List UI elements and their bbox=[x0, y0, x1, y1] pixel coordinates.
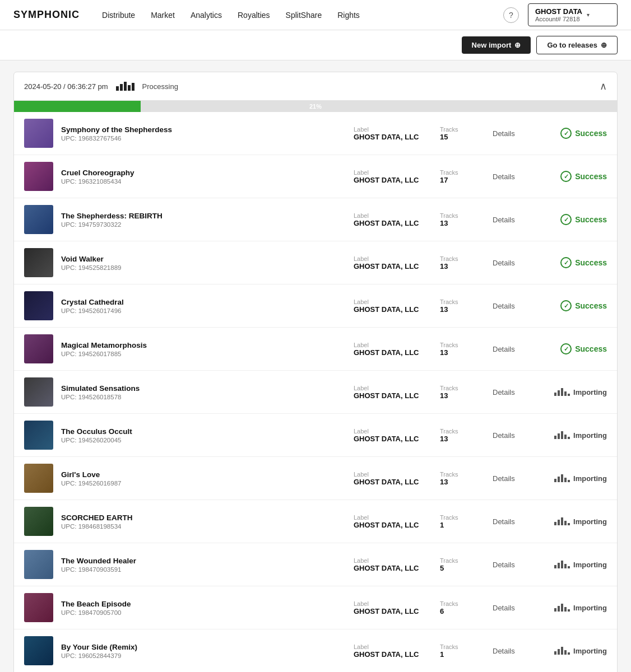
details-link[interactable]: Details bbox=[493, 388, 526, 396]
tracks-value: 13 bbox=[440, 435, 485, 443]
label-value: GHOST DATA, LLC bbox=[354, 650, 432, 659]
album-thumbnail bbox=[24, 636, 53, 665]
release-tracks-block: Tracks 13 bbox=[440, 471, 485, 486]
importing-bars-icon bbox=[554, 474, 570, 482]
tracks-key: Tracks bbox=[440, 169, 485, 176]
release-tracks-block: Tracks 13 bbox=[440, 342, 485, 357]
label-key: Label bbox=[354, 600, 432, 607]
progress-bar: 21% bbox=[14, 101, 617, 112]
status-success: ✓ Success bbox=[560, 171, 607, 182]
release-title: The Occulus Occult bbox=[61, 427, 346, 436]
release-upc: UPC: 198470903591 bbox=[61, 566, 346, 573]
label-key: Label bbox=[354, 428, 432, 435]
check-icon: ✓ bbox=[560, 128, 572, 139]
details-link[interactable]: Details bbox=[493, 345, 526, 353]
release-title: Simulated Sensations bbox=[61, 384, 346, 393]
details-link[interactable]: Details bbox=[493, 259, 526, 267]
nav-link-rights[interactable]: Rights bbox=[337, 11, 360, 20]
release-upc: UPC: 194526017885 bbox=[61, 351, 346, 357]
importing-bars-icon bbox=[554, 604, 570, 612]
details-link[interactable]: Details bbox=[493, 216, 526, 224]
release-info: The Shepherdess: REBIRTH UPC: 1947597303… bbox=[61, 212, 346, 228]
release-label-block: Label GHOST DATA, LLC bbox=[354, 643, 432, 659]
status-importing: Importing bbox=[554, 474, 607, 483]
release-title: The Beach Episode bbox=[61, 600, 346, 608]
table-row: Cruel Choreography UPC: 196321085434 Lab… bbox=[14, 155, 617, 198]
release-status: Importing bbox=[534, 561, 607, 569]
status-success: ✓ Success bbox=[560, 257, 607, 268]
release-status: Importing bbox=[534, 517, 607, 526]
release-tracks-block: Tracks 5 bbox=[440, 557, 485, 572]
release-label-block: Label GHOST DATA, LLC bbox=[354, 514, 432, 529]
tracks-key: Tracks bbox=[440, 212, 485, 219]
release-tracks-block: Tracks 17 bbox=[440, 169, 485, 184]
go-to-releases-button[interactable]: Go to releases ⊕ bbox=[536, 36, 618, 54]
details-link[interactable]: Details bbox=[493, 561, 526, 569]
nav-link-market[interactable]: Market bbox=[151, 11, 175, 20]
new-import-button[interactable]: New import ⊕ bbox=[462, 36, 531, 54]
album-thumbnail bbox=[24, 119, 53, 148]
details-link[interactable]: Details bbox=[493, 129, 526, 138]
nav-link-distribute[interactable]: Distribute bbox=[102, 11, 135, 20]
details-link[interactable]: Details bbox=[493, 172, 526, 181]
nav-link-royalties[interactable]: Royalties bbox=[238, 11, 270, 20]
tracks-key: Tracks bbox=[440, 126, 485, 133]
details-link[interactable]: Details bbox=[493, 517, 526, 526]
details-link[interactable]: Details bbox=[493, 431, 526, 440]
tracks-value: 13 bbox=[440, 305, 485, 314]
session-timestamp: 2024-05-20 / 06:36:27 pm bbox=[24, 82, 108, 91]
label-value: GHOST DATA, LLC bbox=[354, 391, 432, 400]
release-status: ✓ Success bbox=[534, 343, 607, 354]
go-to-releases-label: Go to releases bbox=[547, 41, 597, 49]
release-label-block: Label GHOST DATA, LLC bbox=[354, 298, 432, 314]
release-status: ✓ Success bbox=[534, 257, 607, 268]
details-link[interactable]: Details bbox=[493, 302, 526, 310]
album-thumbnail bbox=[24, 248, 53, 277]
progress-label: 21% bbox=[309, 103, 322, 110]
status-importing: Importing bbox=[554, 517, 607, 526]
tracks-value: 13 bbox=[440, 219, 485, 227]
label-key: Label bbox=[354, 342, 432, 348]
album-thumbnail bbox=[24, 377, 53, 407]
check-icon: ✓ bbox=[560, 300, 572, 311]
tracks-value: 1 bbox=[440, 521, 485, 529]
album-thumbnail bbox=[24, 550, 53, 579]
check-icon: ✓ bbox=[560, 343, 572, 354]
account-name: GHOST DATA bbox=[535, 7, 582, 16]
details-link[interactable]: Details bbox=[493, 604, 526, 612]
release-status: Importing bbox=[534, 474, 607, 483]
session-collapse-button[interactable]: ∧ bbox=[600, 80, 607, 92]
session-status: Processing bbox=[142, 82, 178, 91]
account-number: Account# 72818 bbox=[535, 16, 582, 22]
label-value: GHOST DATA, LLC bbox=[354, 564, 432, 572]
status-importing: Importing bbox=[554, 561, 607, 569]
nav-link-analytics[interactable]: Analytics bbox=[191, 11, 222, 20]
release-info: SCORCHED EARTH UPC: 198468198534 bbox=[61, 514, 346, 530]
account-button[interactable]: GHOST DATA Account# 72818 ▾ bbox=[528, 3, 618, 26]
releases-list: Symphony of the Shepherdess UPC: 1968327… bbox=[14, 112, 617, 672]
release-label-block: Label GHOST DATA, LLC bbox=[354, 169, 432, 184]
importing-bars-icon bbox=[554, 388, 570, 396]
nav-link-splitshare[interactable]: SplitShare bbox=[286, 11, 322, 20]
release-upc: UPC: 194526017496 bbox=[61, 307, 346, 314]
main-content: 2024-05-20 / 06:36:27 pm Processing ∧ 21… bbox=[0, 60, 631, 672]
release-label-block: Label GHOST DATA, LLC bbox=[354, 255, 432, 270]
details-link[interactable]: Details bbox=[493, 647, 526, 655]
label-key: Label bbox=[354, 255, 432, 262]
table-row: The Occulus Occult UPC: 194526020045 Lab… bbox=[14, 414, 617, 457]
label-value: GHOST DATA, LLC bbox=[354, 435, 432, 443]
release-status: Importing bbox=[534, 431, 607, 440]
release-title: Crystal Cathedral bbox=[61, 298, 346, 306]
release-tracks-block: Tracks 13 bbox=[440, 212, 485, 227]
label-value: GHOST DATA, LLC bbox=[354, 478, 432, 486]
release-label-block: Label GHOST DATA, LLC bbox=[354, 600, 432, 615]
details-link[interactable]: Details bbox=[493, 474, 526, 483]
release-label-block: Label GHOST DATA, LLC bbox=[354, 557, 432, 572]
help-button[interactable]: ? bbox=[503, 7, 519, 23]
album-thumbnail bbox=[24, 593, 53, 622]
release-info: Cruel Choreography UPC: 196321085434 bbox=[61, 169, 346, 185]
status-importing: Importing bbox=[554, 388, 607, 396]
table-row: Symphony of the Shepherdess UPC: 1968327… bbox=[14, 112, 617, 155]
release-title: The Wounded Healer bbox=[61, 557, 346, 565]
check-icon: ✓ bbox=[560, 257, 572, 268]
